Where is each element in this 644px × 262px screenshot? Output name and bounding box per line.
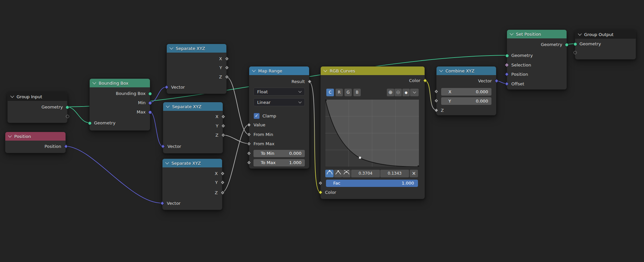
handle-auto-button[interactable]: [325, 170, 334, 177]
node-separate-xyz-3[interactable]: Separate XYZ X Y Z Vector: [162, 158, 222, 210]
node-group-input[interactable]: Group Input Geometry: [7, 92, 68, 123]
socket-min-output[interactable]: [148, 101, 152, 105]
node-header[interactable]: Set Position: [507, 30, 567, 38]
node-combine-xyz[interactable]: Combine XYZ Vector X 0.000 Y 0.000 Z: [436, 66, 496, 115]
node-title: Map Range: [258, 68, 282, 73]
node-header[interactable]: Group Input: [8, 92, 67, 101]
channel-g-button[interactable]: G: [345, 89, 352, 96]
collapse-chevron-icon[interactable]: [510, 31, 513, 35]
node-title: Group Output: [584, 32, 614, 37]
node-header[interactable]: Separate XYZ: [163, 102, 223, 111]
field-value: 0.000: [289, 150, 301, 157]
collapse-chevron-icon[interactable]: [169, 46, 173, 49]
channel-r-button[interactable]: R: [336, 89, 343, 96]
to-max-field[interactable]: To Max 1.000: [253, 159, 305, 166]
socket-geometry-input[interactable]: [505, 54, 509, 58]
input-row: Vector: [167, 84, 226, 91]
node-separate-xyz-1[interactable]: Separate XYZ X Y Z Vector: [166, 44, 227, 94]
socket-virtual-input[interactable]: [574, 51, 577, 54]
node-separate-xyz-2[interactable]: Separate XYZ X Y Z Vector: [163, 102, 223, 153]
clipping-options-icon[interactable]: ●: [402, 89, 410, 96]
node-group-output[interactable]: Group Output Geometry: [575, 30, 636, 60]
input-row: Geometry: [575, 41, 636, 47]
handle-vector-button[interactable]: [334, 170, 342, 177]
collapse-chevron-icon[interactable]: [323, 68, 327, 72]
output-row: Geometry: [8, 104, 67, 110]
channel-c-button[interactable]: C: [326, 89, 334, 96]
wire-z-frommin: [226, 77, 249, 134]
collapse-chevron-icon[interactable]: [92, 80, 96, 84]
collapse-chevron-icon[interactable]: [166, 104, 169, 108]
socket-geometry-output[interactable]: [66, 106, 69, 109]
field-label: To Min: [261, 150, 274, 157]
checkmark-icon: ✓: [255, 113, 258, 118]
node-header[interactable]: Bounding Box: [90, 79, 150, 87]
curve-widget[interactable]: [325, 100, 419, 167]
clamp-checkbox[interactable]: ✓: [253, 113, 260, 119]
x-field[interactable]: X 0.000: [441, 88, 491, 96]
input-row: Vector: [163, 143, 223, 150]
curve-endpoint-end[interactable]: [418, 165, 419, 167]
channel-b-button[interactable]: B: [353, 89, 361, 96]
point-y-field[interactable]: 0.1343: [380, 170, 409, 177]
output-row: Min: [90, 100, 150, 106]
socket-max-output[interactable]: [148, 110, 152, 114]
socket-geometry-output[interactable]: [565, 43, 569, 47]
wire-z-frommax: [222, 135, 249, 144]
node-header[interactable]: Combine XYZ: [437, 66, 496, 75]
node-editor-canvas[interactable]: Group Input Geometry Position Position B…: [0, 0, 644, 262]
chevron-down-icon: [299, 100, 302, 104]
data-type-value: Float: [257, 89, 268, 94]
socket-geometry-input[interactable]: [88, 121, 92, 125]
node-header[interactable]: Separate XYZ: [162, 159, 222, 167]
input-row: Geometry: [507, 52, 567, 59]
socket-virtual-output[interactable]: [66, 115, 69, 118]
node-title: Set Position: [516, 32, 541, 37]
y-field[interactable]: Y 0.000: [441, 97, 491, 105]
fac-slider[interactable]: Fac 1.000: [326, 180, 418, 187]
node-header[interactable]: Position: [5, 132, 66, 141]
tools-dropdown-button[interactable]: [410, 89, 419, 96]
interpolation-dropdown[interactable]: Linear: [253, 98, 305, 106]
output-row: Position: [5, 143, 66, 150]
chevron-down-icon: [413, 90, 416, 94]
node-bounding-box[interactable]: Bounding Box Bounding Box Min Max Geomet…: [89, 78, 150, 131]
wire-groupinput-boundingbox: [67, 107, 89, 123]
collapse-chevron-icon[interactable]: [252, 68, 255, 72]
zoom-in-icon[interactable]: ⊕: [387, 89, 394, 96]
socket-geometry-input[interactable]: [574, 42, 577, 46]
zoom-out-icon[interactable]: ⊖: [394, 89, 402, 96]
field-value: 0.000: [476, 97, 488, 105]
node-header[interactable]: RGB Curves: [321, 66, 425, 75]
output-row: Y: [167, 65, 226, 71]
input-row: Selection: [507, 62, 567, 68]
output-row: Z: [163, 132, 223, 139]
collapse-chevron-icon[interactable]: [439, 68, 443, 72]
collapse-chevron-icon[interactable]: [8, 134, 12, 137]
node-header[interactable]: Map Range: [249, 66, 309, 75]
input-row: Geometry: [90, 120, 150, 126]
collapse-chevron-icon[interactable]: [165, 160, 169, 164]
input-row: Position: [507, 71, 567, 78]
curve-endpoint-start[interactable]: [325, 100, 327, 101]
to-min-field[interactable]: To Min 0.000: [253, 150, 305, 157]
node-rgb-curves[interactable]: RGB Curves Color C R G B ⊕ ⊖ ●: [320, 66, 425, 199]
collapse-chevron-icon[interactable]: [10, 94, 14, 98]
node-set-position[interactable]: Set Position Geometry Geometry Selection…: [507, 29, 567, 90]
socket-boundingbox-output[interactable]: [148, 92, 152, 96]
wire-max-separate2: [150, 112, 163, 146]
output-row: Color: [321, 77, 425, 84]
handle-auto-clamped-button[interactable]: [342, 170, 350, 177]
field-value: 0.000: [476, 88, 488, 96]
interpolation-value: Linear: [257, 100, 270, 105]
node-header[interactable]: Group Output: [575, 30, 636, 39]
node-position[interactable]: Position Position: [5, 132, 66, 153]
input-row: Color: [321, 189, 425, 196]
collapse-chevron-icon[interactable]: [578, 32, 581, 35]
delete-point-button[interactable]: ×: [410, 170, 418, 177]
node-map-range[interactable]: Map Range Result Float Linear ✓ Clamp Va…: [249, 66, 309, 169]
point-x-field[interactable]: 0.3704: [351, 170, 380, 177]
curve-control-point[interactable]: [359, 157, 361, 159]
node-header[interactable]: Separate XYZ: [167, 44, 226, 53]
data-type-dropdown[interactable]: Float: [253, 88, 305, 96]
